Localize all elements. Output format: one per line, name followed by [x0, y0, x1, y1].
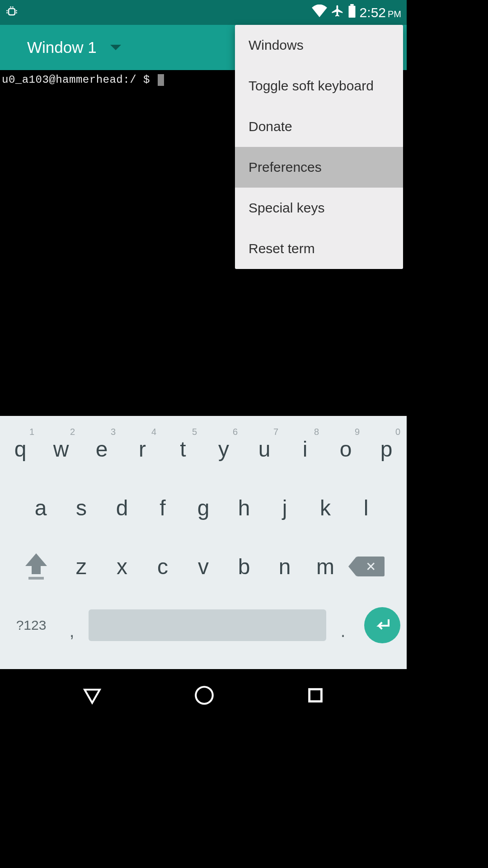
terminal-prompt: u0_a103@hammerhead:/ $: [2, 74, 157, 86]
menu-item-windows[interactable]: Windows: [235, 25, 403, 66]
svg-rect-2: [350, 4, 354, 6]
svg-rect-1: [348, 6, 355, 18]
debug-icon: [5, 5, 18, 20]
menu-item-toggle-soft-keyboard[interactable]: Toggle soft keyboard: [235, 66, 403, 106]
menu-item-special-keys[interactable]: Special keys: [235, 188, 403, 228]
symbols-key[interactable]: ?123: [6, 600, 56, 650]
comma-key[interactable]: ,: [56, 600, 88, 650]
chevron-down-icon: [110, 45, 121, 50]
key-m[interactable]: m: [305, 542, 346, 591]
key-l[interactable]: l: [346, 483, 386, 533]
window-selector-dropdown[interactable]: Window 1: [14, 38, 121, 57]
back-button[interactable]: [81, 684, 103, 708]
key-v[interactable]: v: [183, 542, 224, 591]
enter-icon: [373, 618, 391, 632]
key-h[interactable]: h: [224, 483, 264, 533]
key-f[interactable]: f: [142, 483, 183, 533]
key-x[interactable]: x: [102, 542, 142, 591]
period-key[interactable]: .: [327, 600, 359, 650]
window-selector-label: Window 1: [27, 38, 97, 57]
svg-rect-4: [310, 689, 322, 702]
wifi-icon: [312, 5, 327, 20]
spacebar-key[interactable]: [89, 609, 326, 641]
key-z[interactable]: z: [61, 542, 102, 591]
menu-item-donate[interactable]: Donate: [235, 106, 403, 147]
key-s[interactable]: s: [61, 483, 102, 533]
navigation-bar: [0, 669, 407, 723]
key-a[interactable]: a: [20, 483, 61, 533]
key-u[interactable]: 7u: [244, 424, 285, 474]
svg-point-3: [196, 687, 213, 704]
overflow-menu: WindowsToggle soft keyboardDonatePrefere…: [235, 25, 403, 269]
status-bar: 2:52PM: [0, 0, 407, 25]
home-button[interactable]: [193, 684, 216, 708]
key-j[interactable]: j: [264, 483, 305, 533]
key-c[interactable]: c: [142, 542, 183, 591]
shift-key[interactable]: [11, 542, 61, 591]
shift-icon: [25, 553, 47, 566]
menu-item-preferences[interactable]: Preferences: [235, 147, 403, 188]
svg-rect-0: [9, 9, 15, 15]
key-o[interactable]: 9o: [325, 424, 366, 474]
key-n[interactable]: n: [264, 542, 305, 591]
key-r[interactable]: 4r: [122, 424, 163, 474]
key-g[interactable]: g: [183, 483, 224, 533]
recents-button[interactable]: [305, 685, 326, 708]
key-k[interactable]: k: [305, 483, 346, 533]
menu-item-reset-term[interactable]: Reset term: [235, 228, 403, 269]
key-t[interactable]: 5t: [163, 424, 203, 474]
key-d[interactable]: d: [102, 483, 142, 533]
enter-key[interactable]: [364, 607, 400, 643]
key-q[interactable]: 1q: [0, 424, 41, 474]
backspace-key[interactable]: ✕: [346, 542, 395, 591]
battery-icon: [348, 4, 356, 21]
key-b[interactable]: b: [224, 542, 264, 591]
key-e[interactable]: 3e: [81, 424, 122, 474]
backspace-icon: ✕: [357, 557, 385, 576]
key-p[interactable]: 0p: [366, 424, 407, 474]
clock-time: 2:52PM: [360, 5, 401, 20]
key-y[interactable]: 6y: [203, 424, 244, 474]
airplane-icon: [331, 4, 344, 21]
terminal-cursor: [158, 74, 164, 86]
soft-keyboard: 1q2w3e4r5t6y7u8i9o0p asdfghjkl zxcvbnm ✕…: [0, 416, 407, 669]
key-i[interactable]: 8i: [285, 424, 325, 474]
key-w[interactable]: 2w: [41, 424, 81, 474]
